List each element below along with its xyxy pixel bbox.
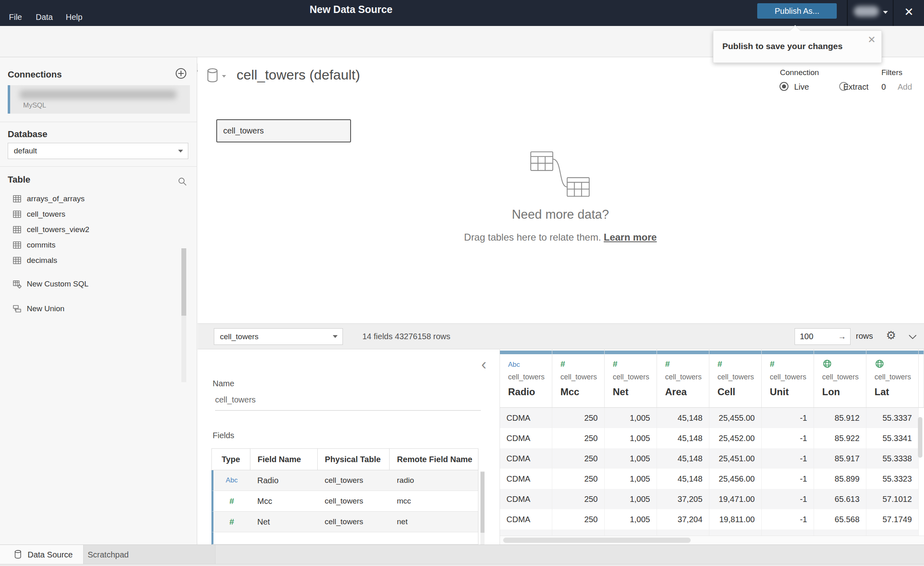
table-icon [12,240,22,250]
live-radio[interactable] [780,82,788,91]
field-row[interactable]: # Net cell_towers net [211,512,478,532]
menu-help[interactable]: Help [66,13,82,22]
string-type-icon: Abc [226,476,237,484]
table-icon [12,194,22,204]
connections-header: Connections [8,69,62,80]
fields-table-scrollbar[interactable] [480,471,485,548]
user-account-badge[interactable] [854,6,879,17]
grid-row: CDMA250 1,00545,148 25,451.00-1 85.91755… [500,448,924,469]
fields-table-scrollbar-thumb[interactable] [480,472,485,533]
grid-column-header[interactable]: cell_towersLon [814,349,866,408]
tab-data-source[interactable]: Data Source [0,545,84,564]
grid-row: CDMA250 1,00537,205 19,471.00-1 65.61357… [500,489,924,509]
col-type: Type [212,449,250,470]
number-type-icon: # [770,359,775,369]
name-input-underline [215,410,481,411]
menu-data[interactable]: Data [36,13,53,22]
grid-row: CDMA250 1,00545,148 25,455.00-1 85.91255… [500,408,924,428]
titlebar-divider [893,0,894,26]
datasource-title: cell_towers (default) [237,67,360,83]
table-list-item[interactable]: commits [0,237,179,253]
search-tables-icon[interactable] [177,176,187,187]
fields-rows-summary: 14 fields 43276158 rows [362,332,450,341]
grid-row: CDMA250 1,00537,204 19,811.00-1 65.56857… [500,509,924,529]
user-menu-caret-icon[interactable] [883,11,888,14]
learn-more-link[interactable]: Learn more [604,232,657,243]
collapse-panel-icon[interactable]: ‹ [481,357,487,372]
add-connection-icon[interactable] [174,67,187,80]
new-custom-sql[interactable]: New Custom SQL [0,276,179,292]
union-icon [12,304,22,314]
status-bar [0,564,924,566]
window-title: New Data Source [310,4,392,15]
logical-canvas: cell_towers (default) Connection Live Ex… [198,57,924,323]
apply-rows-icon[interactable]: → [838,332,846,341]
sidebar-scrollbar-thumb[interactable] [181,248,186,316]
datasource-caret-icon[interactable] [222,75,226,77]
grid-column-header[interactable]: # cell_towersMcc [552,349,605,408]
field-row[interactable]: # Mcc cell_towers mcc [211,491,478,512]
sidebar-scrollbar[interactable] [181,248,186,382]
grid-column-header[interactable]: # cell_towersUnit [762,349,814,408]
publish-as-button[interactable]: Publish As... [757,3,837,19]
name-label: Name [213,379,234,388]
table-list-item[interactable]: arrays_of_arrays [0,191,179,207]
title-bar: File Data Help New Data Source Publish A… [0,0,924,26]
number-type-icon: # [717,359,722,369]
grid-column-header[interactable]: # cell_towersNet [605,349,657,408]
field-row[interactable]: Abc Radio cell_towers radio [211,470,478,491]
grid-column-header[interactable]: Abc cell_towersRadio [500,349,552,408]
extract-label[interactable]: Extract [843,82,868,92]
new-union[interactable]: New Union [0,301,179,316]
datasource-cylinder-icon[interactable] [206,68,220,84]
col-remote-field-name: Remote Field Name [390,449,478,470]
table-icon [12,209,22,219]
live-label[interactable]: Live [794,82,809,92]
grid-column-header[interactable]: cell_towersLat [866,349,919,408]
preview-toolbar-strip: cell_towers 14 fields 43276158 rows 100 … [198,323,924,349]
connection-name-blurred [20,90,176,99]
preview-settings-gear-icon[interactable]: ⚙ [886,329,896,342]
table-list-item[interactable]: decimals [0,253,179,268]
table-name-input[interactable]: cell_towers [215,395,256,405]
close-window-icon[interactable]: ✕ [904,5,913,19]
grid-row: CDMA250 1,00545,148 25,456.00-1 85.89955… [500,469,924,489]
database-select[interactable]: default [8,143,188,159]
grid-column-header-partial [919,349,924,408]
filters-count: 0 [881,82,886,92]
preview-table-select[interactable]: cell_towers [214,328,343,345]
canvas-table-card[interactable]: cell_towers [216,119,351,142]
grid-vertical-scrollbar-thumb[interactable] [918,417,922,458]
custom-sql-icon [12,279,22,289]
empty-state: Need more data? Drag tables here to rela… [439,150,682,243]
empty-state-headline: Need more data? [439,207,682,222]
grid-horizontal-scrollbar-thumb[interactable] [503,538,691,543]
field-row-clipped [211,532,478,544]
tooltip-close-icon[interactable]: ✕ [868,34,876,45]
string-type-icon: Abc [508,361,520,369]
publish-tooltip: Publish to save your changes ✕ [713,30,882,63]
tab-scratchpad[interactable]: Scratchpad [84,545,215,564]
menu-file[interactable]: File [9,13,22,22]
connections-sidebar: Connections MySQL Database default Table… [0,57,197,544]
data-source-tab-icon [14,550,23,560]
grid-column-header[interactable]: # cell_towersArea [657,349,709,408]
fields-table: Type Field Name Physical Table Remote Fi… [211,448,478,546]
number-type-icon: # [560,359,565,369]
grid-horizontal-scrollbar[interactable] [500,536,924,544]
empty-state-body: Drag tables here to relate them. Learn m… [439,232,682,243]
table-list-item[interactable]: cell_towers_view2 [0,222,179,237]
related-tables-illustration [526,150,594,198]
sheet-tab-bar: Data Source Scratchpad [0,544,924,564]
titlebar-divider [847,0,848,26]
empty-state-text: Drag tables here to relate them. [464,232,601,243]
connection-item[interactable]: MySQL [8,85,190,114]
connection-label: Connection [780,68,819,77]
table-list-item[interactable]: cell_towers [0,207,179,222]
number-type-icon: # [613,359,618,369]
rows-count-input[interactable]: 100 → [795,328,851,345]
collapse-preview-chevron-icon[interactable] [907,331,918,342]
grid-column-header[interactable]: # cell_towersCell [709,349,762,408]
filters-add-button[interactable]: Add [898,82,912,92]
grid-header-row: Abc cell_towersRadio # cell_towersMcc # … [500,349,924,408]
